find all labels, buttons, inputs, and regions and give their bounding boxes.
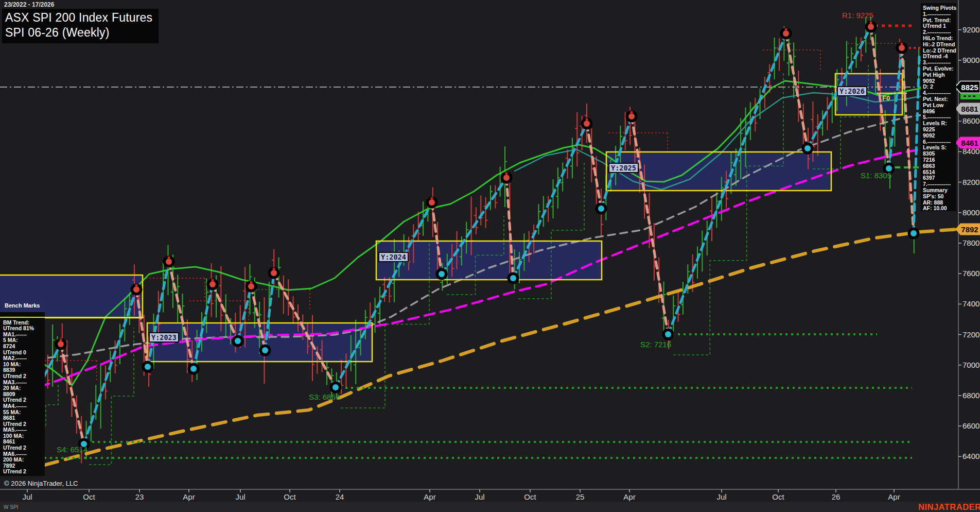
svg-text:8681: 8681 xyxy=(961,105,978,113)
resistance-label-r1: R1: 9225 xyxy=(842,11,873,20)
chart-title: ASX SPI 200 Index Futures SPI 06-26 (Wee… xyxy=(2,9,159,43)
support-label-s3: S3: 6863 xyxy=(309,392,340,401)
panel-line: 8724 xyxy=(3,344,45,350)
price-axis-label: 6600 xyxy=(962,421,979,430)
panel-line: HiLo Trend: xyxy=(923,36,956,42)
year-chip-2023[interactable]: Y:2023 xyxy=(149,332,179,343)
price-axis-label: 8400 xyxy=(962,147,979,156)
time-axis-label: Jul xyxy=(716,492,726,501)
price-axis-label: 8000 xyxy=(962,208,979,217)
price-axis-label: 6400 xyxy=(962,452,979,460)
tab-strip xyxy=(0,502,980,512)
year-chip-2025[interactable]: Y:2025 xyxy=(608,163,639,173)
panel-line: 9092 xyxy=(923,133,956,139)
time-axis-label: Apr xyxy=(424,492,435,501)
chart-tab-wspi[interactable]: W SPI xyxy=(4,504,18,510)
time-axis-label: Apr xyxy=(623,492,635,501)
time-axis-label: 24 xyxy=(336,492,344,501)
bench-marks-panel: ------------BM Trend:UTrend 81%MA1.-----… xyxy=(0,312,45,476)
panel-line: 6863 xyxy=(923,163,956,169)
time-axis-label: Jul xyxy=(235,492,245,501)
year-box-border-overlay xyxy=(0,317,144,318)
swing-zigzag xyxy=(0,27,919,444)
year-chip-2026[interactable]: Y:2026 xyxy=(837,86,867,96)
ninjatrader-logo: NINJATRADER xyxy=(918,502,980,512)
time-axis-label: Apr xyxy=(888,492,900,501)
price-axis-label: 8200 xyxy=(962,178,979,186)
price-axis-label: 9200 xyxy=(962,25,979,34)
panel-line: Summary xyxy=(923,187,956,194)
time-axis-label: 25 xyxy=(576,492,585,501)
panel-line: 7216 xyxy=(923,157,956,163)
price-bars xyxy=(22,16,921,463)
price-axis-label: 7800 xyxy=(962,238,979,247)
panel-line: 20 MA: xyxy=(3,385,45,391)
price-axis-label: 7200 xyxy=(962,330,979,339)
panel-line: SP's: 50 xyxy=(923,194,956,200)
chart-canvas[interactable]: 8825868184617892 xyxy=(0,0,980,512)
price-axis-label: 7600 xyxy=(962,269,979,278)
panel-line: Pvt High xyxy=(923,72,956,78)
panel-line: Hi:-2 DTrend xyxy=(923,42,956,48)
svg-text:7892: 7892 xyxy=(961,225,978,234)
price-axis-label: 6800 xyxy=(962,391,979,400)
time-axis-label: Jul xyxy=(22,492,32,501)
panel-line: MA4.------ xyxy=(3,403,45,409)
panel-line: 9225 xyxy=(923,127,956,133)
price-axis-label: 7000 xyxy=(962,361,979,369)
f0-label: F0 xyxy=(882,94,890,102)
time-axis-label: Oct xyxy=(772,492,784,501)
svg-text:8825: 8825 xyxy=(961,83,978,92)
time-axis-label: Apr xyxy=(183,492,195,501)
support-label-s4: S4: 6514 xyxy=(57,445,87,454)
panel-line: UTrend 2 xyxy=(3,445,45,451)
panel-line: Pvt. Next: xyxy=(923,96,956,103)
time-axis-label: 23 xyxy=(135,492,144,501)
time-axis-label: Oct xyxy=(284,492,295,501)
panel-line: 1.------------- xyxy=(923,11,956,18)
panel-line: Pvt. Evolve: xyxy=(923,66,956,72)
price-axis-label: 9000 xyxy=(962,56,979,64)
bench-marks-header: Bench Marks xyxy=(3,300,44,312)
time-axis-label: 26 xyxy=(832,492,841,501)
year-boxes-border xyxy=(0,74,902,362)
time-axis-label: Oct xyxy=(524,492,536,501)
swing-pivots-panel: Swing Pivots1.-------------Pvt. Trend:UT… xyxy=(921,3,956,211)
year-chip-2024[interactable]: Y:2024 xyxy=(378,252,409,262)
contract-period: SPI 06-26 (Weekly) xyxy=(5,25,152,40)
panel-line: AF: 10.00 xyxy=(923,206,956,211)
copyright-notice: © 2026 NinjaTrader, LLC xyxy=(4,480,78,487)
support-label-s2: S2: 7216 xyxy=(640,340,671,349)
panel-line: MA2.------ xyxy=(3,355,45,362)
instrument-name: ASX SPI 200 Index Futures xyxy=(5,10,152,25)
svg-text:8461: 8461 xyxy=(961,139,978,147)
panel-line: UTrend 2 xyxy=(3,373,45,380)
panel-line: 8681 xyxy=(3,415,45,421)
ninjatrader-window: 8825868184617892 23/2022 - 17/2026 ASX S… xyxy=(0,0,980,512)
time-axis-label: Oct xyxy=(83,492,95,501)
price-axis-label: 8600 xyxy=(962,116,979,125)
date-range: 23/2022 - 17/2026 xyxy=(4,1,54,8)
panel-line: Pvt Low xyxy=(923,103,956,109)
panel-line: UTrend 2 xyxy=(3,469,45,475)
time-axis-label: Jul xyxy=(475,492,484,501)
support-label-s1: S1: 8305 xyxy=(861,171,891,180)
pivot-markers xyxy=(55,21,920,450)
price-axis-label: 7400 xyxy=(962,299,979,308)
